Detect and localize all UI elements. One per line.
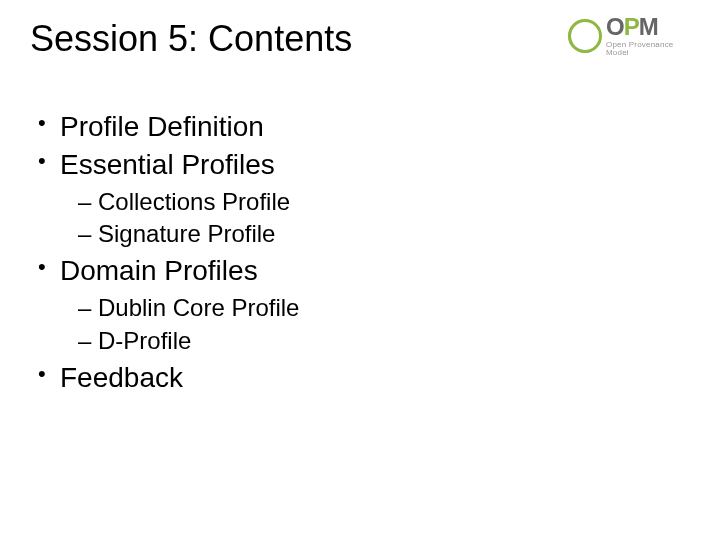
sub-list-item: Dublin Core Profile bbox=[78, 292, 690, 324]
sub-list: Collections Profile Signature Profile bbox=[60, 186, 690, 251]
list-item-label: Essential Profiles bbox=[60, 149, 275, 180]
list-item: Domain Profiles Dublin Core Profile D-Pr… bbox=[38, 252, 690, 357]
list-item-label: Feedback bbox=[60, 362, 183, 393]
sub-list-item: D-Profile bbox=[78, 325, 690, 357]
list-item-label: Domain Profiles bbox=[60, 255, 258, 286]
opm-logo: OPM Open Provenance Model bbox=[568, 14, 698, 58]
slide: Session 5: Contents Profile Definition E… bbox=[0, 0, 720, 415]
list-item: Essential Profiles Collections Profile S… bbox=[38, 146, 690, 251]
sub-list: Dublin Core Profile D-Profile bbox=[60, 292, 690, 357]
opm-logo-text: OPM Open Provenance Model bbox=[606, 15, 698, 57]
sub-list-item: Collections Profile bbox=[78, 186, 690, 218]
list-item: Feedback bbox=[38, 359, 690, 397]
list-item: Profile Definition bbox=[38, 108, 690, 146]
list-item-label: Profile Definition bbox=[60, 111, 264, 142]
opm-logo-mark bbox=[568, 19, 602, 53]
sub-list-item: Signature Profile bbox=[78, 218, 690, 250]
bullet-list: Profile Definition Essential Profiles Co… bbox=[30, 108, 690, 397]
opm-logo-letters: OPM bbox=[606, 15, 698, 39]
opm-logo-subtext: Open Provenance Model bbox=[606, 41, 698, 57]
